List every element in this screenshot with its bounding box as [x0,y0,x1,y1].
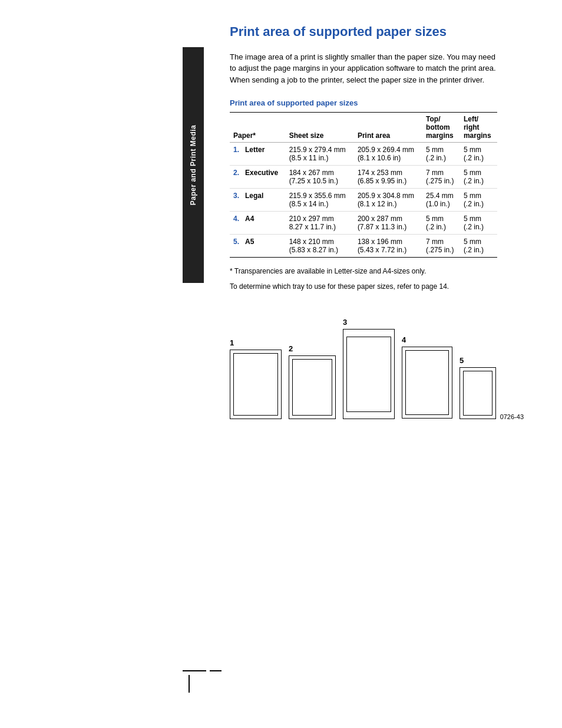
row-number: 2. [233,169,239,177]
diagram-2-box [289,355,337,420]
col-header-topbottom: Top/bottommargins [422,113,460,143]
sidebar-label: Paper and Print Media [189,125,197,206]
bottom-decorative-lines [183,670,222,693]
diagram-2-number: 2 [289,344,293,353]
col-header-leftright: Left/rightmargins [460,113,497,143]
footnote-tray: To determine which tray to use for these… [230,281,497,292]
diagram-3-number: 3 [343,318,347,327]
row-number: 3. [233,192,239,200]
diagram-1-number: 1 [230,338,234,347]
table-row: 3. Legal 215.9 x 355.6 mm(8.5 x 14 in.) … [230,189,497,212]
diagram-3-box [343,329,396,420]
diagram-4: 4 [402,335,454,420]
diagrams-section: 1 2 3 [230,302,497,420]
diagram-4-box [402,347,454,420]
page-wrapper: Paper and Print Media Print area of supp… [0,0,562,728]
bottom-line-v [189,675,190,693]
diagram-1: 1 [230,338,283,420]
diagram-5-box [459,367,497,420]
diagram-3: 3 [343,318,396,420]
paper-name: Letter [245,146,265,154]
table-row: 5. A5 148 x 210 mm(5.83 x 8.27 in.) 138 … [230,235,497,258]
col-header-paper: Paper* [230,113,286,143]
page-title: Print area of supported paper sizes [230,24,497,41]
col-header-sheet: Sheet size [286,113,354,143]
bottom-line-h1 [183,670,206,671]
paper-name: A4 [245,215,254,223]
paper-name: A5 [245,238,254,246]
main-content: Print area of supported paper sizes The … [230,0,533,728]
diagram-5: 5 0726-43 [459,356,497,420]
row-number: 5. [233,238,239,246]
diagram-label: 0726-43 [500,413,524,420]
footnote-transparency: * Transparencies are available in Letter… [230,266,497,276]
diagrams-row: 1 2 3 [230,302,497,420]
section-heading: Print area of supported paper sizes [230,98,497,107]
paper-name: Legal [245,192,263,200]
row-number: 4. [233,215,239,223]
diagram-4-number: 4 [402,335,406,344]
paper-name: Executive [245,169,278,177]
table-row: 1. Letter 215.9 x 279.4 mm(8.5 x 11 in.)… [230,143,497,166]
row-number: 1. [233,146,239,154]
paper-sizes-table: Paper* Sheet size Print area Top/bottomm… [230,112,497,258]
table-row: 2. Executive 184 x 267 mm(7.25 x 10.5 in… [230,166,497,189]
bottom-line-h2 [210,670,222,671]
diagram-5-number: 5 [459,356,464,365]
table-row: 4. A4 210 x 297 mm8.27 x 11.7 in.) 200 x… [230,212,497,235]
col-header-print: Print area [354,113,422,143]
sidebar-tab: Paper and Print Media [183,47,204,283]
diagram-2: 2 [289,344,337,420]
diagram-1-box [230,350,283,420]
intro-paragraph: The image area of a print is slightly sm… [230,51,497,86]
